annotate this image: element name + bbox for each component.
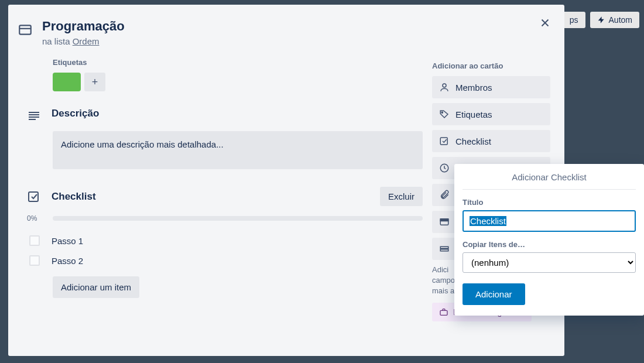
sidebar-section-title: Adicionar ao cartão [432, 61, 550, 70]
add-checklist-item-button[interactable]: Adicionar um item [53, 276, 139, 298]
sidebar-members-button[interactable]: Membros [432, 76, 550, 98]
checklist-icon [27, 190, 41, 204]
clock-icon [439, 163, 450, 173]
popover-submit-button[interactable]: Adicionar [463, 283, 525, 305]
checklist-progress: 0% [27, 214, 423, 222]
description-title: Descrição [52, 108, 423, 123]
checklist-item: Passo 2 [27, 251, 423, 270]
svg-rect-15 [440, 310, 447, 315]
copy-items-select[interactable]: (nenhum) [463, 252, 636, 273]
fields-icon [439, 244, 450, 254]
powerups-label: ps [570, 15, 578, 25]
progress-percent: 0% [27, 214, 47, 222]
checklist-item-label[interactable]: Passo 1 [52, 236, 83, 246]
attachment-icon [439, 190, 450, 200]
description-header: Descrição [18, 108, 423, 123]
input-selected-text: Checklist [470, 216, 506, 226]
board-toolbar: ps Autom [563, 12, 644, 28]
automation-label: Autom [609, 15, 632, 25]
sidebar-item-label: Membros [455, 83, 492, 93]
svg-rect-14 [440, 249, 448, 251]
checklist-section: Checklist Excluir 0% Passo 1 Passo 2 Adi… [18, 187, 423, 298]
checklist-title-input[interactable]: Checklist [463, 210, 636, 232]
checklist-item-label[interactable]: Passo 2 [52, 256, 83, 266]
checkbox-icon [439, 136, 450, 146]
svg-rect-4 [29, 117, 39, 118]
svg-rect-12 [440, 219, 448, 221]
progress-bar [53, 216, 423, 221]
labels-section: Etiquetas + [53, 58, 423, 91]
checklist-checkbox[interactable] [29, 255, 40, 266]
delete-checklist-button[interactable]: Excluir [380, 187, 423, 206]
svg-rect-3 [29, 114, 39, 115]
sidebar-item-label: Etiquetas [455, 109, 492, 119]
sidebar-checklist-button[interactable]: Checklist [432, 130, 550, 152]
tag-icon [439, 109, 450, 119]
labels-section-title: Etiquetas [53, 58, 423, 67]
bolt-icon [597, 16, 605, 24]
svg-rect-6 [29, 192, 38, 201]
automation-button[interactable]: Autom [590, 12, 639, 28]
svg-point-7 [443, 84, 446, 87]
popover-title-label: Título [463, 198, 636, 207]
checklist-item: Passo 1 [27, 231, 423, 251]
briefcase-icon [439, 307, 448, 317]
in-list-prefix: na lista [42, 36, 73, 46]
powerups-button[interactable]: ps [563, 12, 585, 28]
svg-rect-13 [440, 246, 448, 248]
description-icon [27, 109, 41, 123]
svg-rect-0 [19, 25, 31, 34]
add-label-button[interactable]: + [84, 73, 105, 91]
sidebar-labels-button[interactable]: Etiquetas [432, 103, 550, 125]
list-link[interactable]: Ordem [73, 36, 100, 46]
svg-rect-2 [29, 112, 39, 113]
sidebar-item-label: Checklist [455, 136, 491, 146]
card-icon [18, 22, 33, 37]
card-title[interactable]: Programação [42, 19, 125, 34]
plus-icon: + [92, 76, 98, 88]
person-icon [439, 82, 450, 93]
close-modal-button[interactable] [539, 16, 551, 29]
card-header: Programação na lista Ordem [8, 14, 564, 46]
add-checklist-popover: Adicionar Checklist Título Checklist Cop… [454, 164, 644, 316]
svg-rect-9 [440, 138, 447, 145]
card-in-list: na lista Ordem [42, 36, 125, 46]
label-chip-green[interactable] [53, 73, 81, 91]
svg-point-8 [441, 112, 443, 113]
popover-copy-label: Copiar Itens de… [463, 240, 636, 249]
description-field[interactable]: Adicione uma descrição mais detalhada... [53, 131, 423, 169]
checklist-title: Checklist [52, 191, 372, 203]
checklist-checkbox[interactable] [29, 235, 40, 246]
close-icon [539, 16, 551, 29]
cover-icon [439, 217, 450, 227]
popover-title: Adicionar Checklist [463, 164, 636, 190]
svg-rect-5 [29, 119, 36, 120]
main-column: Etiquetas + Descrição Adicione uma descr… [18, 58, 432, 321]
